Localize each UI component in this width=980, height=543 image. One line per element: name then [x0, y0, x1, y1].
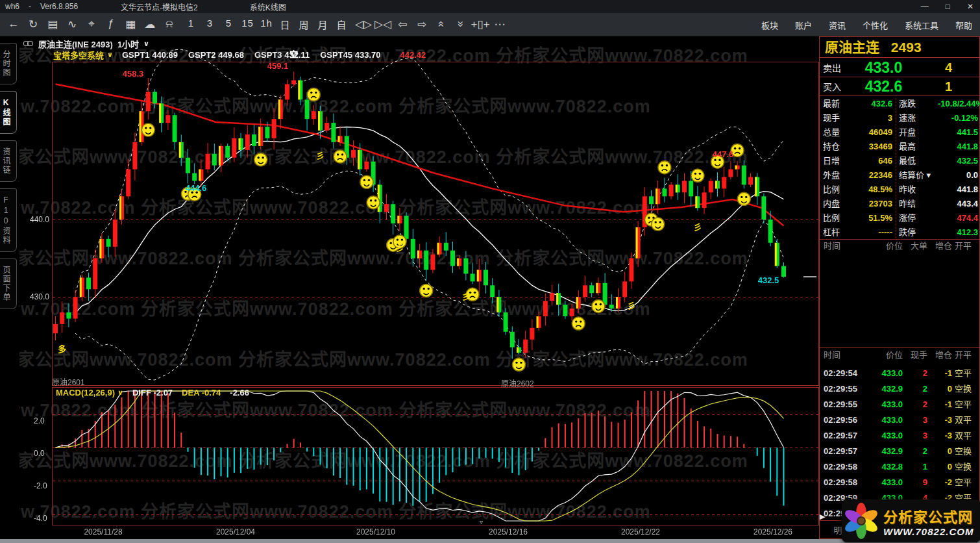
menu-item-账户[interactable]: 账户 [795, 19, 812, 31]
zoom-in-icon[interactable]: « [432, 18, 451, 31]
sidebar-tab-分时图[interactable]: 分时图 [0, 43, 17, 84]
big-order-header: 时间价位大单增仓开平 [820, 240, 979, 253]
ask-price[interactable]: 433.0 [850, 59, 918, 77]
kline-chart-canvas[interactable] [19, 36, 819, 539]
tick-volume: 1 [905, 459, 927, 475]
bid-volume: 1 [918, 79, 979, 94]
more-icon[interactable]: ⋯ [490, 18, 509, 31]
stat-row: 最新432.6涨跌-10.8/2.44% [820, 97, 979, 111]
sidebar-tab-F10资料[interactable]: F10资料 [0, 188, 17, 252]
stat-label: 开盘 [899, 125, 916, 140]
h-mirror-icon[interactable]: ▷◁ [373, 18, 393, 31]
tick-price: 433.0 [869, 412, 903, 428]
quote-instrument-name: 原油主连 [825, 40, 879, 55]
instrument-title[interactable]: 原油主连(INE 2493) [38, 38, 113, 50]
sidebar-tab-页面下单[interactable]: 页面下单 [0, 259, 17, 309]
period-button-月[interactable]: 月 [313, 18, 332, 31]
app-window: wh6 - Ver6.8.856 文华云节点-模拟电信2 系统K线图 — □ ✕… [0, 0, 980, 543]
period-button-周[interactable]: 周 [295, 18, 313, 31]
fx-indicator-icon[interactable]: ƒ [101, 18, 121, 31]
period-button-1h[interactable]: 1h [257, 18, 276, 31]
indicator-param: GSPT1 440.89 [122, 50, 178, 60]
left-sidebar: 分时图K线图资讯链F10资料页面下单 [0, 36, 19, 539]
trend-line-icon[interactable]: ∿ [62, 18, 82, 31]
ask-row[interactable]: 卖出 433.0 4 [820, 58, 979, 77]
stat-value: 412.3 [938, 225, 978, 240]
insert-pane-icon[interactable]: +▯+ [471, 18, 490, 31]
menu-item-板块[interactable]: 板块 [761, 19, 778, 31]
tick-row[interactable]: 02:29:58432.810空换 [820, 459, 979, 475]
tick-row[interactable]: 02:29:54433.02-1空平 [820, 366, 979, 381]
toolbar-right-icons: ◁▷▷◁⇦⇨«»+▯+⋯ [354, 18, 509, 31]
app-name: wh6 [5, 2, 19, 11]
period-button-3[interactable]: 3 [201, 18, 219, 31]
bell-icon[interactable]: ⍾ [160, 18, 179, 31]
stat-row: 日增646最低432.5 [820, 154, 979, 168]
stat-label: 杠杆 [823, 225, 840, 240]
menu-item-资讯[interactable]: 资讯 [829, 19, 846, 31]
sidebar-tab-资讯链[interactable]: 资讯链 [0, 140, 17, 182]
period-button-1[interactable]: 1 [182, 18, 201, 31]
bid-row[interactable]: 买入 432.6 1 [820, 77, 979, 96]
macd-name[interactable]: MACD(12,26,9) [56, 388, 115, 398]
stat-label: 比例 [823, 183, 840, 197]
menu-item-个性化[interactable]: 个性化 [863, 19, 888, 31]
tick-row[interactable]: 02:29:57433.03-3双平 [820, 428, 979, 444]
tick-volume: 3 [905, 428, 927, 444]
tick-openclose: 双平 [953, 412, 977, 428]
stat-value: -10.8/2.44% [938, 97, 978, 111]
cloud-icon[interactable]: ☁ [140, 18, 160, 31]
indicator-header: 宝塔多空系统 ∨ GSPT1 440.89GSPT2 449.68GSPT3 4… [53, 49, 426, 60]
tick-openclose: 空平 [953, 366, 977, 381]
menu-item-系统工具[interactable]: 系统工具 [905, 19, 938, 31]
ask-label: 卖出 [820, 61, 850, 74]
tick-time: 02:29:57 [824, 428, 857, 444]
macd-header: MACD(12,26,9) ∨ DIFF -2.07 DEA -0.74 -2.… [56, 387, 249, 398]
tick-oi-change: 0 [929, 444, 952, 459]
period-button-5[interactable]: 5 [219, 18, 238, 31]
stat-value: -0.12% [938, 111, 978, 125]
tick-price: 432.8 [869, 459, 903, 475]
menu-item-帮助[interactable]: 帮助 [955, 19, 972, 31]
period-selector[interactable]: 1小时 [117, 38, 139, 50]
stat-label: 最高 [899, 140, 916, 154]
tick-row[interactable]: 02:29:56433.03-3双平 [820, 412, 979, 428]
back-icon[interactable]: ← [4, 18, 23, 31]
column-header: 价位 [869, 349, 903, 362]
stat-value: 432.6 [855, 97, 892, 111]
minimize-button[interactable]: — [921, 2, 929, 11]
window-controls: — □ ✕ [921, 0, 974, 13]
chart-area: 分析家公式网www.70822.com 分析家公式网www.70822.com … [19, 36, 819, 539]
period-button-15[interactable]: 15 [238, 18, 257, 31]
period-caret-icon[interactable]: ∨ [143, 40, 149, 48]
sidebar-tab-K线图[interactable]: K线图 [0, 91, 17, 134]
pan-right-icon[interactable]: ⇨ [412, 18, 432, 31]
zoom-out-icon[interactable]: » [451, 18, 471, 31]
pan-left-icon[interactable]: ⇦ [393, 18, 412, 31]
order-board-icon[interactable]: ▦ [121, 18, 140, 31]
tick-row[interactable]: 02:29:55432.920空换 [820, 381, 979, 397]
indicator-caret-icon[interactable]: ∨ [107, 51, 113, 59]
indicator-name[interactable]: 宝塔多空系统 [53, 49, 104, 61]
macd-caret-icon[interactable]: ∨ [117, 388, 123, 397]
tick-row[interactable]: 02:29:55433.02-1空平 [820, 397, 979, 412]
tick-oi-change: 0 [929, 459, 952, 475]
crosshair-icon[interactable]: ⌖ [82, 18, 101, 31]
tick-row[interactable]: 02:29:58433.09-2空平 [820, 475, 979, 490]
bid-price[interactable]: 432.6 [850, 78, 918, 95]
period-button-自[interactable]: 自 [332, 18, 351, 31]
ask-volume: 4 [918, 60, 979, 75]
quote-list-icon[interactable]: ▤ [43, 18, 62, 31]
close-button[interactable]: ✕ [967, 2, 974, 11]
tick-oi-change: -2 [929, 475, 952, 490]
period-buttons: 135151h日周月自 [182, 18, 351, 31]
macd-bar-value: -2.66 [230, 388, 249, 398]
macd-diff-value: DIFF -2.07 [132, 388, 173, 398]
link-contract-icon[interactable] [23, 41, 34, 47]
tick-table: 时间价位现手增仓开平02:29:54433.02-1空平02:29:55432.… [820, 349, 979, 520]
refresh-icon[interactable]: ↻ [23, 18, 43, 31]
tick-row[interactable]: 02:29:57432.920空换 [820, 444, 979, 459]
h-compress-icon[interactable]: ◁▷ [354, 18, 373, 31]
period-button-日[interactable]: 日 [276, 18, 295, 31]
maximize-button[interactable]: □ [946, 2, 950, 11]
